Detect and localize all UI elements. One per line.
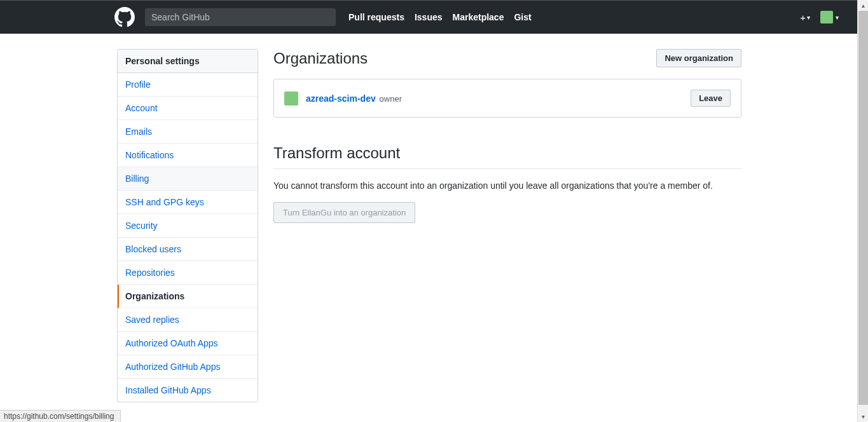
sidebar-item-security[interactable]: Security [118,214,258,238]
sidebar-item-oauth-apps[interactable]: Authorized OAuth Apps [118,332,258,355]
sidebar-item-billing[interactable]: Billing [118,167,258,191]
main-content: Organizations New organization azread-sc… [273,49,741,402]
user-avatar-icon [820,11,833,24]
caret-down-icon: ▾ [807,14,810,21]
sidebar-item-blocked-users[interactable]: Blocked users [118,238,258,261]
transform-title: Transform account [273,144,741,169]
sidebar-item-account[interactable]: Account [118,97,258,120]
github-logo[interactable] [114,7,135,27]
sidebar-item-notifications[interactable]: Notifications [118,144,258,167]
sidebar-item-saved-replies[interactable]: Saved replies [118,308,258,332]
organization-row: azread-scim-dev owner Leave [273,79,741,118]
settings-sidebar: Personal settings Profile Account Emails… [117,49,258,402]
nav-pull-requests[interactable]: Pull requests [348,12,404,22]
leave-organization-button[interactable]: Leave [691,90,731,107]
plus-icon: + [800,12,806,23]
sidebar-item-organizations: Organizations [118,285,258,308]
sidebar-title: Personal settings [118,50,258,73]
organization-role: owner [380,94,402,104]
search-input[interactable] [145,8,336,26]
user-menu[interactable]: ▾ [820,11,839,24]
organization-link[interactable]: azread-scim-dev [306,93,376,104]
browser-status-bar: https://github.com/settings/billing [0,410,121,422]
sidebar-item-installed-apps[interactable]: Installed GitHub Apps [118,379,258,402]
scroll-down-icon[interactable]: ▾ [858,411,868,422]
top-navbar: Pull requests Issues Marketplace Gist +▾… [0,0,868,34]
nav-issues[interactable]: Issues [415,12,443,22]
org-avatar-icon [284,92,298,106]
sidebar-item-github-apps[interactable]: Authorized GitHub Apps [118,355,258,379]
transform-account-button: Turn EllanGu into an organization [273,202,415,223]
vertical-scrollbar[interactable]: ▴ ▾ [857,0,868,422]
page-title: Organizations [273,50,368,67]
nav-links: Pull requests Issues Marketplace Gist [348,12,532,22]
sidebar-item-repositories[interactable]: Repositories [118,261,258,285]
new-organization-button[interactable]: New organization [656,49,741,67]
sidebar-item-emails[interactable]: Emails [118,120,258,144]
nav-gist[interactable]: Gist [514,12,531,22]
transform-info-text: You cannot transform this account into a… [273,180,741,191]
scroll-up-icon[interactable]: ▴ [858,0,868,11]
nav-marketplace[interactable]: Marketplace [453,12,504,22]
sidebar-item-profile[interactable]: Profile [118,73,258,97]
caret-down-icon: ▾ [836,14,839,21]
create-new-menu[interactable]: +▾ [800,12,810,23]
sidebar-item-ssh-gpg[interactable]: SSH and GPG keys [118,191,258,214]
scroll-thumb[interactable] [858,11,868,405]
